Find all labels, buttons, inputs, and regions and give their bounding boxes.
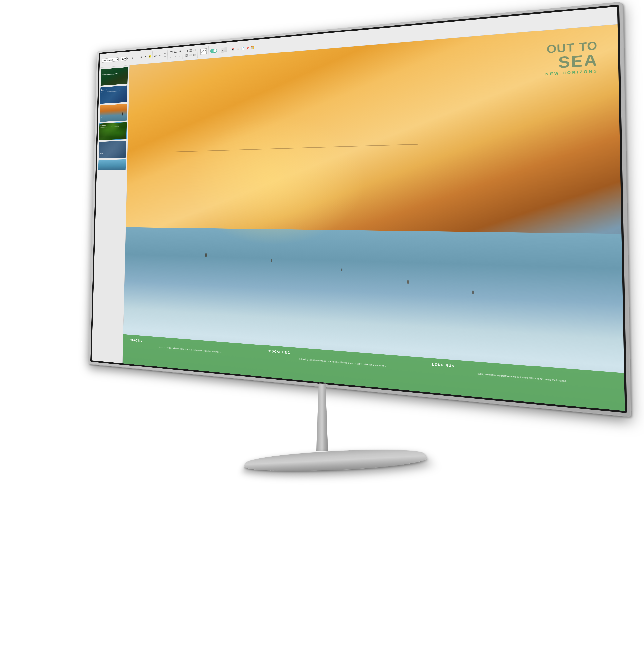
align-left-icon xyxy=(170,51,172,53)
scatter-dot xyxy=(223,49,224,49)
font-size-select[interactable]: 12 xyxy=(121,56,126,61)
slide-2-excellence: EXCELLENCE xyxy=(101,89,107,91)
scatter-dot xyxy=(226,50,226,51)
abc-lower-button[interactable]: abc xyxy=(158,53,162,58)
scatter-dot xyxy=(222,50,223,51)
slide-thumb-2[interactable]: ⊞ EXCELLENCE Some descriptive text goes … xyxy=(100,85,128,104)
notes-button[interactable]: 📋 xyxy=(235,46,240,51)
chart-section xyxy=(198,46,209,57)
slide-4-bg: TEAM WORK Some descriptive text goes her… xyxy=(99,122,126,140)
monitor-bezel: HP Simplified Light 12 B I U A xyxy=(90,4,627,413)
scatter-dot xyxy=(224,49,225,50)
superscript-button[interactable]: A² xyxy=(163,52,167,55)
slide-thumb-4[interactable]: TEAM WORK Some descriptive text goes her… xyxy=(99,122,127,141)
slide-3-person xyxy=(122,112,123,115)
slide-thumb-1[interactable]: BRINGING UP A NEW CHANGE xyxy=(100,66,128,86)
font-dropdown-arrow xyxy=(119,58,120,59)
layout-featured-button[interactable] xyxy=(193,53,196,57)
scatter-icon xyxy=(221,47,227,53)
layout-grid-button[interactable] xyxy=(188,53,192,57)
chart-button[interactable] xyxy=(199,47,208,56)
slide-5-overlay xyxy=(98,141,126,158)
italic-button[interactable]: I xyxy=(135,55,138,60)
surfer-2 xyxy=(271,259,272,262)
text-format-section: B I U A A xyxy=(130,51,153,63)
main-title-block: OUT TO SEA NEW HORIZONS xyxy=(545,39,598,77)
layout-row-icon xyxy=(185,54,187,57)
surfer-4 xyxy=(407,280,409,283)
highlight-indicator: A xyxy=(149,55,151,57)
monitor-stand-neck xyxy=(316,383,328,451)
subscript-button[interactable]: A₂ xyxy=(163,55,167,58)
sun-glow xyxy=(185,112,366,248)
svg-rect-0 xyxy=(200,48,207,54)
slide-2-bg: ⊞ EXCELLENCE Some descriptive text goes … xyxy=(100,86,127,104)
surfer-1 xyxy=(205,253,207,257)
surfer-5 xyxy=(472,290,474,293)
slide-5-bg: GLOBAL Some descriptive text goes here xyxy=(98,141,126,158)
slide-1-overlay xyxy=(100,67,128,86)
layout-3col-button[interactable] xyxy=(193,48,197,52)
align-center-button[interactable] xyxy=(173,49,177,54)
scatter-button[interactable] xyxy=(219,46,228,54)
calendar-button[interactable]: 📅 xyxy=(231,47,235,52)
layout-section xyxy=(183,47,198,59)
line-spacing-button[interactable]: ≡ xyxy=(178,54,182,58)
layout-3col-icon xyxy=(193,49,196,51)
alignment-section: ⇤ ⇥ ≡ xyxy=(169,48,183,60)
font-color-button[interactable]: A xyxy=(143,54,147,59)
main-slide-area: OUT TO SEA NEW HORIZONS PROACTIVE Bring … xyxy=(122,24,625,411)
slide-1-bg: BRINGING UP A NEW CHANGE xyxy=(100,67,128,86)
slide-5-title: GLOBAL xyxy=(100,153,103,154)
layout-2col-icon xyxy=(189,49,192,52)
monitor-body: HP Simplified Light 12 B I U A xyxy=(89,2,630,416)
layout-row-button[interactable] xyxy=(184,53,188,58)
slide-content: OUT TO SEA NEW HORIZONS PROACTIVE Bring … xyxy=(122,24,625,411)
surfer-3 xyxy=(341,268,342,271)
misc-section: 📅 📋 📄 📌 🖼️ xyxy=(230,42,255,55)
slide-6-bg xyxy=(98,159,126,170)
align-left-button[interactable] xyxy=(169,50,173,54)
monitor-stand-base xyxy=(242,445,431,473)
slide-thumb-5[interactable]: GLOBAL Some descriptive text goes here xyxy=(98,140,126,159)
scatter-section xyxy=(219,44,229,56)
layout-grid-icon xyxy=(189,54,192,56)
layout-1col-icon xyxy=(185,50,187,52)
slide-thumb-6[interactable] xyxy=(98,159,126,177)
content-area: BRINGING UP A NEW CHANGE ⊞ EXCELLENCE So… xyxy=(92,24,625,411)
highlight-button[interactable]: A xyxy=(148,54,152,59)
color-toggle-section xyxy=(210,45,218,57)
align-center-icon xyxy=(174,51,177,53)
layout-2col-button[interactable] xyxy=(188,48,192,53)
indent-left-button[interactable]: ⇤ xyxy=(169,54,173,59)
align-right-button[interactable] xyxy=(178,49,182,53)
font-family-select[interactable]: HP Simplified Light xyxy=(102,57,119,62)
chart-icon xyxy=(200,48,207,55)
slide-3-body: Some descriptive text xyxy=(100,118,126,121)
scatter-dot xyxy=(225,48,225,48)
bold-button[interactable]: B xyxy=(130,56,134,60)
slide-3-bg: GENERAL Some descriptive text xyxy=(99,104,127,122)
color-toggle[interactable] xyxy=(210,48,217,53)
paste-button[interactable]: 📌 xyxy=(245,45,249,50)
monitor-screen: HP Simplified Light 12 B I U A xyxy=(92,6,625,411)
underline-button[interactable]: U xyxy=(139,55,143,59)
copy-button[interactable]: 📄 xyxy=(240,46,245,51)
slide-thumb-3[interactable]: GENERAL Some descriptive text xyxy=(99,103,127,122)
slide-4-title: TEAM WORK xyxy=(100,125,106,126)
monitor-wrapper: HP Simplified Light 12 B I U A xyxy=(45,27,599,621)
layout-1col-button[interactable] xyxy=(184,48,188,53)
image-button[interactable]: 🖼️ xyxy=(250,45,254,50)
abc-section: ABC abc A² A₂ xyxy=(153,50,168,61)
abc-upper-button[interactable]: ABC xyxy=(154,53,158,58)
font-section: HP Simplified Light 12 xyxy=(101,53,129,66)
font-color-indicator: A xyxy=(145,56,146,58)
indent-right-button[interactable]: ⇥ xyxy=(173,54,177,59)
layout-featured-icon xyxy=(193,54,196,56)
font-size-dropdown-arrow xyxy=(127,58,128,59)
align-right-icon xyxy=(179,50,181,52)
scatter-dot xyxy=(222,48,222,49)
slide-3-general: GENERAL xyxy=(100,116,105,118)
color-toggle-knob xyxy=(214,49,217,53)
